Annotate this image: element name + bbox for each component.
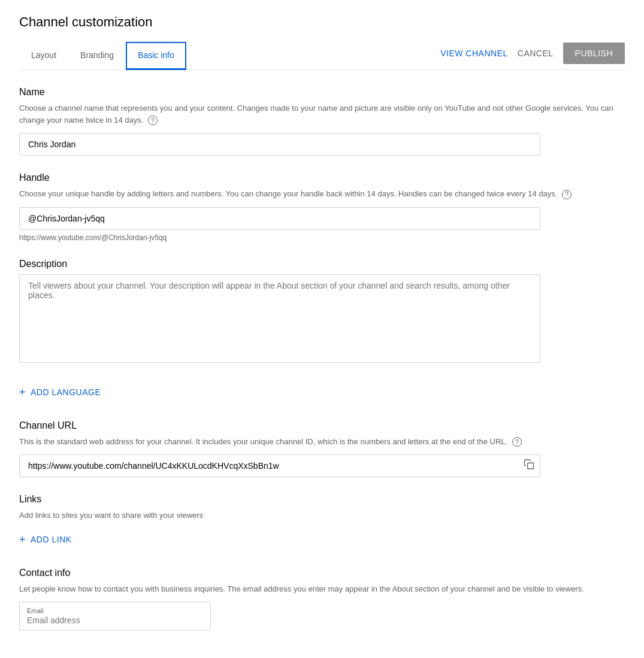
description-input[interactable] xyxy=(19,274,540,363)
add-language-button[interactable]: + ADD LANGUAGE xyxy=(19,381,101,404)
channel-url-title: Channel URL xyxy=(19,420,625,431)
svg-rect-0 xyxy=(528,463,534,469)
copy-url-button[interactable] xyxy=(524,459,534,473)
description-section: Description xyxy=(19,259,625,365)
tab-layout[interactable]: Layout xyxy=(19,42,68,70)
add-link-button[interactable]: + ADD LINK xyxy=(19,529,72,551)
email-field-wrapper: Email xyxy=(19,602,211,630)
channel-url-desc: This is the standard web address for you… xyxy=(19,436,625,448)
handle-help-icon[interactable]: ? xyxy=(562,190,572,199)
channel-url-input[interactable] xyxy=(19,454,540,477)
publish-button[interactable]: PUBLISH xyxy=(563,43,625,64)
handle-url: https://www.youtube.com/@ChrisJordan-jv5… xyxy=(19,234,625,242)
page-title: Channel customization xyxy=(19,14,625,30)
channel-url-wrapper xyxy=(19,454,540,477)
channel-url-section: Channel URL This is the standard web add… xyxy=(19,420,625,478)
copy-icon xyxy=(524,459,534,473)
name-help-icon[interactable]: ? xyxy=(148,116,158,125)
cancel-button[interactable]: CANCEL xyxy=(518,48,554,58)
contact-info-section: Contact info Let people know how to cont… xyxy=(19,568,625,631)
handle-section-title: Handle xyxy=(19,172,625,183)
tab-branding[interactable]: Branding xyxy=(68,42,126,70)
handle-section-desc: Choose your unique handle by adding lett… xyxy=(19,188,625,200)
handle-section: Handle Choose your unique handle by addi… xyxy=(19,172,625,242)
contact-info-title: Contact info xyxy=(19,568,625,578)
name-section: Name Choose a channel name that represen… xyxy=(19,87,625,156)
links-section: Links Add links to sites you want to sha… xyxy=(19,494,625,551)
top-bar: Layout Branding Basic info VIEW CHANNEL … xyxy=(19,42,625,70)
add-link-label: ADD LINK xyxy=(31,535,72,544)
name-input[interactable] xyxy=(19,133,540,156)
name-section-desc: Choose a channel name that represents yo… xyxy=(19,102,625,126)
view-channel-button[interactable]: VIEW CHANNEL xyxy=(440,48,508,58)
description-section-title: Description xyxy=(19,259,625,269)
add-language-plus-icon: + xyxy=(19,386,26,399)
add-language-section: + ADD LANGUAGE xyxy=(19,381,625,404)
channel-url-help-icon[interactable]: ? xyxy=(512,437,522,447)
tab-basic-info[interactable]: Basic info xyxy=(126,42,186,70)
add-link-plus-icon: + xyxy=(19,533,26,546)
contact-info-desc: Let people know how to contact you with … xyxy=(19,583,625,595)
links-section-title: Links xyxy=(19,494,625,505)
email-input[interactable] xyxy=(27,615,203,625)
top-actions: VIEW CHANNEL CANCEL PUBLISH xyxy=(440,43,625,69)
add-language-label: ADD LANGUAGE xyxy=(31,387,101,397)
name-section-title: Name xyxy=(19,87,625,98)
email-label: Email xyxy=(27,607,203,614)
handle-input[interactable] xyxy=(19,207,540,230)
links-section-desc: Add links to sites you want to share wit… xyxy=(19,510,625,521)
